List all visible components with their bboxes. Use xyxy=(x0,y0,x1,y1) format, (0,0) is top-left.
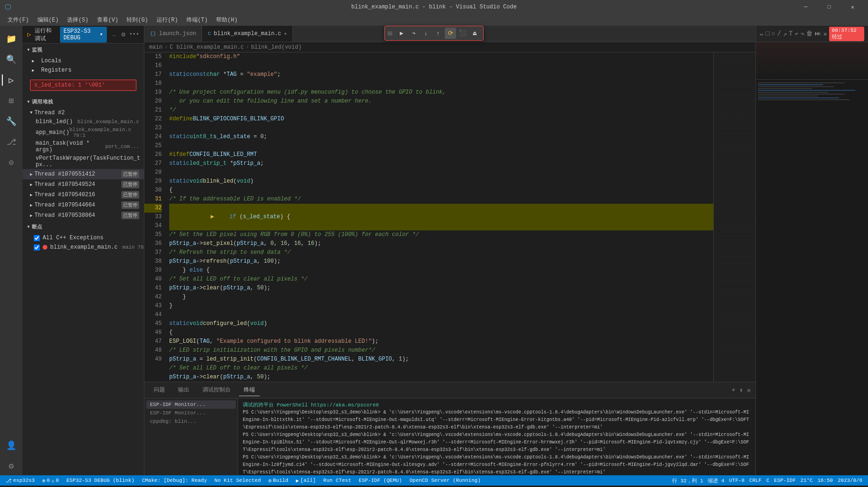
debug-step-into-btn[interactable]: ↓ xyxy=(420,28,432,39)
menu-terminal[interactable]: 终端(T) xyxy=(183,15,212,25)
debug-disconnect-btn[interactable]: ⏏ xyxy=(469,28,480,39)
status-build[interactable]: ⚙ Build xyxy=(267,478,291,484)
status-target[interactable]: ESP32-S3 DEBUG (blink) xyxy=(65,478,136,483)
callstack-thread-1070549524[interactable]: ▶ Thread #1070549524 已暂停 xyxy=(22,179,144,190)
status-cmake[interactable]: CMake: [Debug]: Ready xyxy=(140,478,209,483)
status-run-all[interactable]: ▶ [all] xyxy=(294,478,318,484)
breadcrumb-fn[interactable]: blink_led(void) xyxy=(251,44,302,51)
callstack-thread-1070544664[interactable]: ▶ Thread #1070544664 已暂停 xyxy=(22,200,144,210)
activity-explorer[interactable]: 📁 xyxy=(2,30,21,48)
rpt-line-icon[interactable]: / xyxy=(777,30,781,37)
tab-blink-main[interactable]: C blink_example_main.c ✕ xyxy=(202,26,293,42)
status-temp[interactable]: 21°C xyxy=(799,477,815,484)
status-lang[interactable]: C xyxy=(764,477,771,484)
sidebar-item-registers[interactable]: ▶ Registers xyxy=(22,66,144,75)
status-idf-emu[interactable]: ESP-IDF (QEMU) xyxy=(357,478,404,483)
menu-edit[interactable]: 编辑(E) xyxy=(34,15,63,25)
bp-all-cpp-checkbox[interactable] xyxy=(34,235,40,241)
terminal-tab-debug[interactable]: 调试控制台 xyxy=(198,384,235,396)
terminal-content[interactable]: 调试的跨平台 PowerShell https://aka.ms/pscore6… xyxy=(238,398,756,475)
minimize-button[interactable]: — xyxy=(795,0,816,14)
status-line-ending[interactable]: CRLF xyxy=(748,477,763,484)
status-git-branch[interactable]: ⎇ esp32s3 xyxy=(4,478,37,484)
terminal-tab-problems[interactable]: 问题 xyxy=(149,384,170,396)
terminal-maximize-btn[interactable]: ⬆ xyxy=(739,386,743,394)
rpt-forward-icon[interactable]: ⏭ xyxy=(815,30,821,37)
sidebar-scroll[interactable]: ▼ 监视 ▶ Locals ▶ Registers s_led_state: 1… xyxy=(22,44,144,475)
status-openocd[interactable]: OpenCD Server (Running) xyxy=(408,478,483,483)
maximize-button[interactable]: □ xyxy=(818,0,840,14)
bp-all-cpp[interactable]: All C++ Exceptions xyxy=(22,233,144,243)
close-button[interactable]: ✕ xyxy=(842,0,863,14)
menu-help[interactable]: 帮助(H) xyxy=(212,15,241,25)
callstack-thread-1070551412[interactable]: ▶ Thread #1070551412 已暂停 xyxy=(22,169,144,179)
status-date[interactable]: 2023/8/6 xyxy=(836,477,864,484)
bp-header[interactable]: ▼ 断点 xyxy=(22,221,144,233)
callstack-item-main[interactable]: app_main() blink_example_main.c 78:1 xyxy=(22,126,144,139)
breadcrumb-file[interactable]: C blink_example_main.c xyxy=(170,44,244,51)
rpt-circle-icon[interactable]: ○ xyxy=(771,30,775,37)
breadcrumb-main[interactable]: main xyxy=(149,44,163,51)
rpt-redo-icon[interactable]: ↷ xyxy=(801,30,804,38)
status-line-col[interactable]: 行 32，列 1 xyxy=(670,477,705,484)
rpt-pen-icon[interactable]: ✏ xyxy=(760,30,763,38)
terminal-list-item-esp[interactable]: ESP-IDF Monitor... xyxy=(146,400,236,409)
debug-step-over-btn[interactable]: ↷ xyxy=(408,28,419,39)
menu-run[interactable]: 运行(R) xyxy=(153,15,182,25)
debug-settings-icon[interactable]: ⚙ xyxy=(121,30,125,38)
menu-file[interactable]: 文件(F) xyxy=(4,15,33,25)
code-lines[interactable]: #include "sdkconfig.h" static const char… xyxy=(165,52,713,382)
activity-remote[interactable]: ⊙ xyxy=(2,153,21,172)
status-run-ctest[interactable]: Run CTest xyxy=(322,478,353,483)
activity-settings[interactable]: ⚙ xyxy=(2,457,21,475)
terminal-tab-output[interactable]: 输出 xyxy=(173,384,194,396)
callstack-header[interactable]: ▼ 调用堆栈 xyxy=(22,96,144,108)
terminal-add-btn[interactable]: + xyxy=(732,386,735,394)
debug-dots-icon[interactable]: ••• xyxy=(129,31,139,38)
sidebar-item-locals[interactable]: ▶ Locals xyxy=(22,56,144,66)
rpt-trash-icon[interactable]: 🗑 xyxy=(806,30,813,37)
activity-git[interactable]: ⎇ xyxy=(2,133,21,151)
debug-target-selector[interactable]: ESP32-S3 DEBUG ▾ xyxy=(60,27,107,43)
rpt-close-icon[interactable]: ✕ xyxy=(823,30,827,38)
status-errors[interactable]: ⊗ 0 ⚠ 0 xyxy=(40,478,60,484)
watch-header[interactable]: ▼ 监视 xyxy=(22,44,144,56)
callstack-thread-1070538064[interactable]: ▶ Thread #1070538064 已暂停 xyxy=(22,210,144,221)
rpt-text-icon[interactable]: T xyxy=(789,30,793,37)
menu-goto[interactable]: 转到(G) xyxy=(123,15,152,25)
debug-more-btn[interactable]: … xyxy=(112,31,116,38)
menu-select[interactable]: 选择(S) xyxy=(63,15,92,25)
tab-close-blink[interactable]: ✕ xyxy=(284,31,287,37)
status-idf-ver[interactable]: ESP-IDF xyxy=(772,477,798,484)
activity-debug[interactable]: ▷ xyxy=(2,71,21,89)
bp-blink-main[interactable]: blink_example_main.c main 78 xyxy=(22,243,144,252)
status-time[interactable]: 16:50 xyxy=(816,477,835,484)
activity-extensions[interactable]: ⊞ xyxy=(2,91,21,110)
toolbar-drag-handle[interactable] xyxy=(388,32,393,35)
menu-view[interactable]: 查看(V) xyxy=(93,15,122,25)
activity-accounts[interactable]: 👤 xyxy=(2,436,21,455)
status-encoding[interactable]: UTF-8 xyxy=(727,477,747,484)
debug-restart-btn[interactable]: ⟳ xyxy=(445,28,456,39)
callstack-thread-2[interactable]: ▼ Thread #2 xyxy=(22,108,144,118)
terminal-tab-terminal[interactable]: 终端 xyxy=(239,384,260,396)
status-no-kit[interactable]: No Kit Selected xyxy=(213,478,263,483)
rpt-arrow-icon[interactable]: ↗ xyxy=(783,30,787,38)
debug-continue-btn[interactable]: ▶ xyxy=(396,28,407,39)
status-spaces[interactable]: 缩进 4 xyxy=(706,477,726,484)
terminal-list-item-cpp[interactable]: cppdbg: blin... xyxy=(146,417,236,426)
callstack-item-blink[interactable]: blink_led() blink_example_main.c xyxy=(22,118,144,126)
bp-blink-main-checkbox[interactable] xyxy=(34,244,40,251)
rpt-square-icon[interactable]: □ xyxy=(765,30,769,37)
terminal-close-btn[interactable]: ✕ xyxy=(747,386,751,394)
callstack-item-wrapper[interactable]: vPortTaskWrapper(TaskFunction_t px... xyxy=(22,154,144,169)
tab-launch-json[interactable]: {} launch.json xyxy=(144,26,202,42)
activity-search[interactable]: 🔍 xyxy=(2,50,21,69)
activity-idf[interactable]: 🔧 xyxy=(2,112,21,131)
debug-step-out-btn[interactable]: ↑ xyxy=(433,28,444,39)
debug-stop-btn[interactable]: ⬛ xyxy=(457,28,468,39)
callstack-item-task[interactable]: main_task(void * args) port_com... xyxy=(22,139,144,154)
terminal-list-item-idf[interactable]: ESP-IDF Monitor... xyxy=(146,409,236,417)
callstack-thread-1070540216[interactable]: ▶ Thread #1070540216 已暂停 xyxy=(22,190,144,200)
rpt-undo-icon[interactable]: ↶ xyxy=(795,30,799,38)
